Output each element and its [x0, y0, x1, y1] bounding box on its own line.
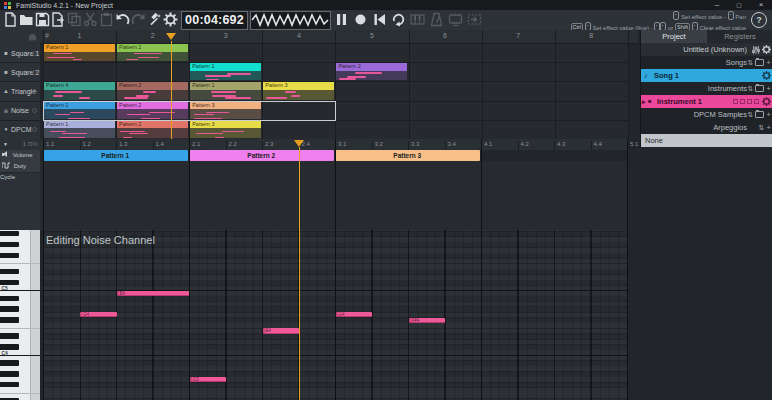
pattern-cell[interactable]: Pattern 1	[190, 63, 261, 80]
channel-force-display-dot[interactable]	[32, 108, 37, 113]
expand-icon[interactable]: ▸	[642, 95, 646, 108]
sort-icon[interactable]: ⇅	[747, 108, 753, 121]
black-key[interactable]	[0, 296, 19, 301]
instrument-gear-icon[interactable]	[762, 97, 771, 106]
note-b4[interactable]: B4	[117, 291, 190, 296]
sort-icon[interactable]: ⇅	[747, 82, 753, 95]
help-button[interactable]: ?	[751, 12, 767, 28]
add-folder-icon[interactable]	[755, 85, 764, 92]
export-button[interactable]	[51, 12, 66, 27]
black-key[interactable]	[0, 269, 19, 274]
paste-button[interactable]	[99, 12, 114, 27]
transform-button[interactable]	[147, 12, 162, 27]
tab-registers[interactable]: Registers	[707, 30, 772, 44]
oscilloscope[interactable]	[250, 11, 331, 30]
new-button[interactable]	[3, 12, 18, 27]
channel-button-noise[interactable]: ※Noise	[0, 101, 40, 121]
add-folder-icon[interactable]	[755, 111, 764, 118]
snap-value[interactable]: 1	[23, 141, 26, 147]
piano-keyboard[interactable]: C5C4	[0, 230, 40, 400]
pattern-cell[interactable]: Pattern 1	[44, 44, 115, 61]
channel-button-triangle[interactable]: ▲Triangle	[0, 81, 40, 101]
black-key[interactable]	[0, 333, 19, 338]
timeline-pattern-bar[interactable]: Pattern 3	[335, 150, 480, 161]
timeline-pattern-bar[interactable]: Pattern 1	[43, 150, 188, 161]
black-key[interactable]	[0, 253, 19, 258]
machine-button[interactable]	[448, 12, 463, 27]
add-arpeggio-icon[interactable]: +	[766, 124, 771, 132]
add-song-icon[interactable]: +	[766, 59, 771, 67]
metronome-button[interactable]	[429, 12, 444, 27]
open-button[interactable]	[19, 12, 34, 27]
add-folder-icon[interactable]	[755, 59, 764, 66]
black-key[interactable]	[0, 382, 19, 387]
cut-button[interactable]	[83, 12, 98, 27]
pause-button[interactable]	[334, 12, 349, 27]
note-g3[interactable]: G3	[190, 377, 227, 382]
follow-button[interactable]	[467, 12, 482, 27]
minimize-button[interactable]: –	[706, 0, 728, 10]
channel-button-dpcm[interactable]: ♦DPCM	[0, 120, 40, 140]
ghost-icon[interactable]	[28, 33, 37, 41]
arpeggio-none-row[interactable]: None	[641, 134, 772, 147]
note-e4[interactable]: E4	[263, 328, 300, 333]
pattern-cell[interactable]: Pattern 2	[336, 63, 407, 80]
pattern-cell[interactable]: Pattern 2	[117, 44, 188, 61]
copy-button[interactable]	[67, 12, 82, 27]
black-key[interactable]	[0, 317, 19, 322]
close-button[interactable]: ×	[750, 0, 772, 10]
pattern-cell[interactable]: Pattern 1	[190, 82, 261, 99]
note-g4[interactable]: G4	[336, 312, 373, 317]
sequencer-header[interactable]: # 12345678	[40, 30, 638, 44]
project-row[interactable]: Untitled (Unknown)	[641, 43, 772, 56]
effect-button-duty-cycle[interactable]: Duty Cycle	[0, 161, 40, 173]
arpeggios-section-header[interactable]: Arpeggios ⇅ +	[641, 121, 772, 134]
channel-force-display-dot[interactable]	[32, 51, 37, 56]
pattern-cell[interactable]: Pattern 2	[117, 121, 188, 138]
black-key[interactable]	[0, 371, 19, 376]
loop-button[interactable]	[391, 12, 406, 27]
black-key[interactable]	[0, 231, 19, 236]
playhead-marker[interactable]	[294, 140, 304, 147]
add-sample-icon[interactable]: +	[766, 111, 771, 119]
sequencer-grid[interactable]: # 12345678 Pattern 1Pattern 2Pattern 1Pa…	[40, 30, 638, 139]
song-gear-icon[interactable]	[762, 71, 771, 80]
magnet-icon[interactable]: Ω	[28, 141, 33, 147]
maximize-button[interactable]: ▢	[728, 0, 750, 10]
black-key[interactable]	[0, 242, 19, 247]
sort-icon[interactable]: ⇅	[758, 121, 764, 134]
pattern-cell[interactable]: Pattern 3	[263, 82, 334, 99]
channel-button-square-1[interactable]: ■Square 1	[0, 43, 40, 63]
songs-section-header[interactable]: Songs ⇅ +	[641, 56, 772, 69]
pattern-cell[interactable]: Pattern 3	[190, 121, 261, 138]
channel-force-display-dot[interactable]	[32, 70, 37, 75]
sort-icon[interactable]: ⇅	[747, 56, 753, 69]
redo-button[interactable]	[131, 12, 146, 27]
save-button[interactable]	[35, 12, 50, 27]
seek-marker[interactable]	[166, 33, 176, 40]
rewind-button[interactable]	[372, 12, 387, 27]
undo-button[interactable]	[115, 12, 130, 27]
pattern-cell[interactable]: Pattern 4	[44, 82, 115, 99]
record-button[interactable]	[353, 12, 368, 27]
pattern-cell[interactable]: Pattern 2	[117, 82, 188, 99]
piano-roll[interactable]: 1.11.21.31.42.12.22.32.43.13.23.33.44.14…	[40, 139, 772, 400]
properties-gear-icon[interactable]	[762, 45, 771, 54]
mixer-icon[interactable]	[752, 46, 760, 54]
pattern-cell[interactable]: Pattern 1	[44, 121, 115, 138]
tab-project[interactable]: Project	[641, 30, 707, 44]
time-display[interactable]: 00:04:692	[181, 11, 248, 30]
channel-button-square-2[interactable]: ■Square 2	[0, 62, 40, 82]
black-key[interactable]	[0, 360, 19, 365]
channel-force-display-dot[interactable]	[32, 89, 37, 94]
collapse-effect-panel-icon[interactable]: ▼	[3, 141, 8, 147]
black-key[interactable]	[0, 306, 19, 311]
channel-force-display-dot[interactable]	[32, 127, 37, 132]
timeline-pattern-bar[interactable]: Pattern 2	[189, 150, 334, 161]
envelope-icons[interactable]	[733, 99, 760, 105]
add-instrument-icon[interactable]: +	[766, 85, 771, 93]
song-row[interactable]: ♪ Song 1	[641, 69, 772, 82]
settings-button[interactable]	[163, 12, 178, 27]
snap-percent-icon[interactable]: %	[33, 141, 38, 147]
qwerty-piano-button[interactable]	[410, 12, 425, 27]
